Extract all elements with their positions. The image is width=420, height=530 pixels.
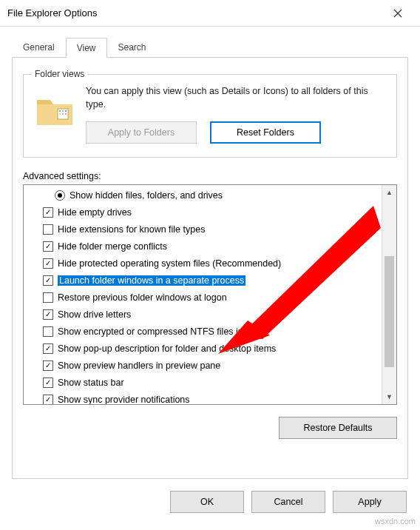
apply-button[interactable]: Apply: [333, 491, 407, 513]
list-item[interactable]: ✓Show drive letters: [24, 306, 382, 323]
scroll-down-icon[interactable]: ▼: [382, 389, 396, 404]
scrollbar[interactable]: ▲ ▼: [382, 185, 396, 404]
list-item[interactable]: ✓Show status bar: [24, 374, 382, 391]
list-item-label: Show hidden files, folders, and drives: [70, 190, 223, 201]
list-item-label: Restore previous folder windows at logon: [58, 292, 227, 303]
advanced-settings-list[interactable]: Show hidden files, folders, and drives✓H…: [23, 184, 397, 405]
scroll-thumb[interactable]: [385, 256, 394, 367]
cancel-button[interactable]: Cancel: [251, 491, 325, 513]
list-item-label: Hide protected operating system files (R…: [58, 258, 281, 269]
list-item-label: Show sync provider notifications: [58, 395, 190, 405]
titlebar: File Explorer Options: [0, 0, 420, 27]
scroll-up-icon[interactable]: ▲: [382, 185, 396, 200]
list-item[interactable]: Hide extensions for known file types: [24, 221, 382, 238]
list-item[interactable]: ✓Hide folder merge conflicts: [24, 238, 382, 255]
list-item-label: Hide empty drives: [58, 207, 132, 218]
list-item-label: Launch folder windows in a separate proc…: [58, 275, 245, 286]
list-item-label: Hide extensions for known file types: [58, 224, 205, 235]
reset-folders-button[interactable]: Reset Folders: [210, 121, 321, 144]
restore-defaults-button[interactable]: Restore Defaults: [279, 417, 397, 439]
list-item-label: Show status bar: [58, 378, 124, 388]
list-item-label: Show encrypted or compressed NTFS files …: [58, 326, 265, 337]
checkbox-icon[interactable]: [43, 292, 53, 303]
checkbox-icon[interactable]: ✓: [43, 258, 53, 269]
watermark: wsxdn.com: [375, 517, 416, 526]
svg-point-8: [65, 113, 67, 115]
dialog-button-row: OK Cancel Apply: [0, 488, 420, 526]
radio-icon[interactable]: [55, 190, 65, 201]
advanced-settings-label: Advanced settings:: [23, 171, 397, 181]
checkbox-icon[interactable]: ✓: [43, 360, 53, 371]
list-item-label: Hide folder merge conflicts: [58, 241, 167, 252]
list-item[interactable]: Show encrypted or compressed NTFS files …: [24, 323, 382, 340]
svg-point-3: [59, 110, 61, 112]
folder-views-text: You can apply this view (such as Details…: [86, 85, 386, 111]
list-item-label: Show pop-up description for folder and d…: [58, 343, 276, 354]
tab-general[interactable]: General: [12, 37, 66, 57]
svg-point-7: [62, 113, 64, 115]
list-item[interactable]: ✓Show preview handlers in preview pane: [24, 357, 382, 374]
list-item[interactable]: Show hidden files, folders, and drives: [24, 187, 382, 204]
tab-search[interactable]: Search: [107, 37, 158, 57]
checkbox-icon[interactable]: [43, 326, 53, 337]
list-item[interactable]: Restore previous folder windows at logon: [24, 289, 382, 306]
checkbox-icon[interactable]: [43, 224, 53, 235]
apply-to-folders-button: Apply to Folders: [86, 121, 197, 144]
checkbox-icon[interactable]: ✓: [43, 378, 53, 388]
window-title: File Explorer Options: [7, 7, 383, 19]
close-button[interactable]: [383, 2, 413, 24]
checkbox-icon[interactable]: ✓: [43, 207, 53, 218]
list-item[interactable]: ✓Launch folder windows in a separate pro…: [24, 272, 382, 289]
svg-point-4: [62, 110, 64, 112]
tab-view[interactable]: View: [66, 38, 107, 58]
svg-point-5: [65, 110, 67, 112]
list-item-label: Show drive letters: [58, 309, 131, 320]
folder-icon: [34, 90, 75, 131]
list-item-label: Show preview handlers in preview pane: [58, 360, 220, 371]
checkbox-icon[interactable]: ✓: [43, 343, 53, 354]
list-item[interactable]: ✓Hide empty drives: [24, 204, 382, 221]
svg-point-6: [59, 113, 61, 115]
tab-strip: General View Search: [0, 27, 420, 57]
list-item[interactable]: ✓Hide protected operating system files (…: [24, 255, 382, 272]
checkbox-icon[interactable]: ✓: [43, 241, 53, 252]
checkbox-icon[interactable]: ✓: [43, 275, 53, 286]
list-item[interactable]: ✓Show sync provider notifications: [24, 391, 382, 404]
ok-button[interactable]: OK: [170, 491, 244, 513]
folder-views-group: Folder views You can apply this view (su…: [23, 74, 397, 158]
list-item[interactable]: ✓Show pop-up description for folder and …: [24, 340, 382, 357]
checkbox-icon[interactable]: ✓: [43, 309, 53, 320]
close-icon: [393, 9, 402, 18]
checkbox-icon[interactable]: ✓: [43, 395, 53, 405]
folder-views-title: Folder views: [31, 69, 88, 79]
tab-panel-view: Folder views You can apply this view (su…: [12, 57, 408, 479]
